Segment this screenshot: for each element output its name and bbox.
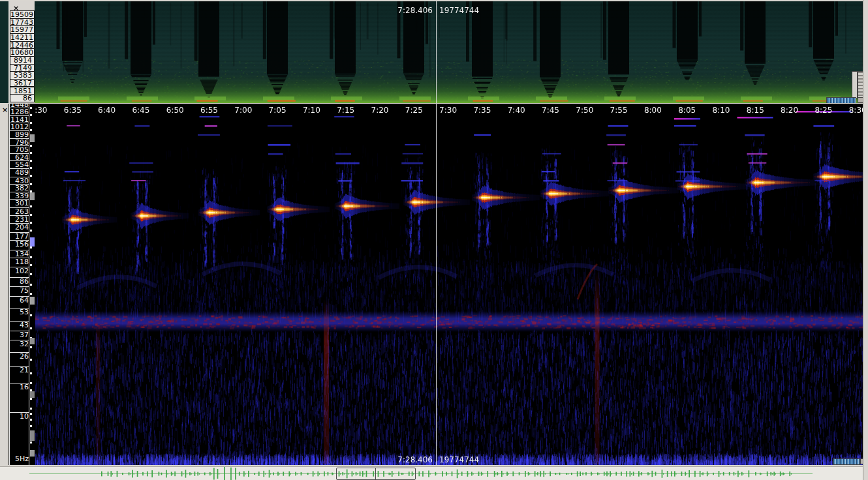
freq-label: 489: [10, 169, 29, 177]
scale-minor-tick: [30, 442, 32, 443]
pane-left-edge: [0, 104, 8, 465]
scale-tick: [30, 273, 32, 275]
scale-tick: [30, 372, 32, 374]
time-label: 6:50: [161, 106, 189, 115]
scale-tick: [30, 346, 32, 348]
scale-minor-tick: [30, 408, 32, 410]
scale-indicator-mark: [30, 134, 35, 142]
time-label: 8:15: [741, 106, 769, 115]
scale-indicator-mark: [30, 450, 35, 457]
vertical-zoom-thumbwheel[interactable]: [858, 71, 863, 98]
time-label: 6:35: [59, 106, 86, 115]
spectrogram-top-view[interactable]: [0, 1, 863, 103]
overview-playback-cursor: [375, 468, 376, 479]
scale-minor-tick: [30, 398, 32, 400]
scale-tick: [30, 183, 32, 185]
time-label: 7:45: [537, 106, 565, 115]
time-label: 7:35: [469, 106, 496, 115]
scale-tick: [30, 264, 32, 266]
scale-tick: [30, 314, 32, 316]
scale-tick: [30, 284, 32, 286]
playback-cursor-line: [436, 104, 437, 465]
scale-minor-tick: [30, 382, 32, 384]
frequency-unit-label: 5Hz: [10, 455, 29, 463]
scale-indicator-mark: [30, 391, 35, 398]
freq-label: 301: [10, 200, 29, 207]
scale-tick: [30, 222, 32, 224]
scale-indicator-mark: [30, 338, 35, 344]
zoom-reset-button[interactable]: [858, 97, 863, 103]
frequency-scale-top: 1950917743159771421112446106808914714953…: [8, 1, 35, 103]
pane-spectrogram-main: 6:306:356:406:456:506:557:007:057:107:15…: [0, 104, 863, 465]
freq-label: 204: [10, 224, 29, 232]
time-label: 7:20: [366, 106, 394, 115]
scale-tick: [30, 327, 32, 329]
freq-label: 64: [10, 297, 29, 305]
freq-label: 37: [10, 331, 29, 339]
vertical-scroll-thumbwheel[interactable]: [852, 71, 858, 98]
freq-label: 32: [10, 340, 29, 348]
scale-tick: [30, 359, 32, 361]
cursor-time-readout: 7:28.406: [367, 6, 433, 15]
playback-cursor-line: [436, 1, 437, 103]
time-label: 7:50: [571, 106, 598, 115]
freq-label: 102: [10, 267, 29, 275]
freq-label: 86: [10, 94, 35, 102]
visible-region-box[interactable]: [336, 468, 416, 480]
scale-tick: [30, 122, 32, 124]
scale-indicator-mark: [30, 430, 35, 441]
scale-tick: [30, 114, 32, 116]
freq-label: 21: [10, 367, 29, 374]
spectrogram-main-view[interactable]: [0, 104, 863, 465]
time-label: 7:40: [503, 106, 530, 115]
overview-strip: [0, 466, 863, 480]
time-label: 8:25: [810, 106, 837, 115]
sonic-visualiser-window: 7:28.406 19774744 1950917743159771421112…: [0, 0, 868, 480]
scale-minor-tick: [30, 425, 32, 427]
scale-minor-tick: [30, 413, 32, 415]
freq-label: 53: [10, 308, 29, 316]
frequency-scale-main: 1448128611411012899796705624554489430382…: [8, 104, 35, 465]
scale-tick: [30, 167, 32, 169]
scale-indicator-mark: [30, 192, 35, 200]
time-label: 8:30: [844, 106, 863, 115]
freq-label: 75: [10, 287, 29, 295]
cursor-frame-readout: 19774744: [439, 6, 479, 15]
time-label: 7:10: [298, 106, 325, 115]
time-label: 6:45: [127, 106, 155, 115]
scale-tick: [30, 293, 32, 295]
time-label: 7:55: [605, 106, 632, 115]
time-label: 7:00: [230, 106, 257, 115]
close-pane-icon[interactable]: ×: [2, 107, 8, 113]
scale-tick: [30, 160, 32, 162]
scale-tick: [30, 152, 32, 154]
time-label: 7:30: [435, 106, 462, 115]
scale-tick: [30, 230, 32, 232]
close-pane-icon[interactable]: ×: [13, 5, 19, 12]
freq-label: 43: [10, 322, 29, 329]
time-label: 7:05: [264, 106, 291, 115]
scale-indicator-mark: [30, 297, 35, 305]
overview-waveform[interactable]: [0, 467, 863, 480]
scale-tick: [30, 129, 32, 131]
time-label: 6:55: [196, 106, 223, 115]
freq-label: 26: [10, 353, 29, 361]
time-label: 8:05: [674, 106, 701, 115]
scale-tick: [30, 419, 32, 421]
scale-tick: [30, 107, 32, 109]
freq-label: 86: [10, 278, 29, 286]
cursor-frame-readout: 19774744: [439, 455, 479, 464]
scale-tick: [30, 247, 32, 248]
freq-label: 118: [10, 258, 29, 266]
freq-label: 156: [10, 241, 29, 248]
horizontal-zoom-thumbwheel[interactable]: [833, 458, 860, 465]
freq-label: 134: [10, 250, 29, 258]
scale-tick: [30, 175, 32, 177]
time-label: 8:20: [776, 106, 803, 115]
time-label: 7:25: [400, 106, 427, 115]
time-label: 8:10: [707, 106, 735, 115]
horizontal-zoom-thumbwheel[interactable]: [826, 97, 856, 103]
time-label: 6:40: [93, 106, 121, 115]
scale-tick: [30, 205, 32, 207]
cursor-time-readout: 7:28.406: [367, 455, 433, 464]
